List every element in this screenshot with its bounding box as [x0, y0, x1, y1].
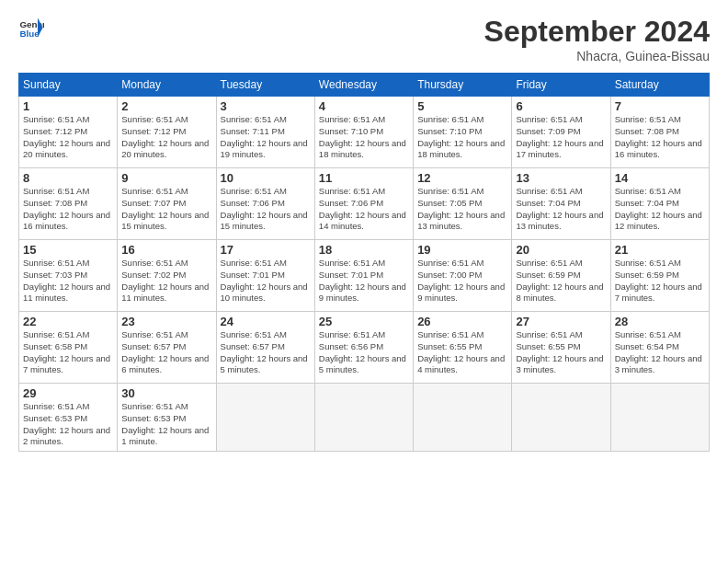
day-info: Sunrise: 6:51 AM Sunset: 7:00 PM Dayligh…	[417, 258, 507, 304]
title-block: September 2024 Nhacra, Guinea-Bissau	[484, 15, 710, 63]
day-number: 9	[121, 171, 211, 185]
calendar-row-3: 22Sunrise: 6:51 AM Sunset: 6:58 PM Dayli…	[19, 312, 710, 384]
day-info: Sunrise: 6:51 AM Sunset: 7:08 PM Dayligh…	[23, 186, 113, 233]
day-info: Sunrise: 6:51 AM Sunset: 6:59 PM Dayligh…	[516, 258, 606, 304]
day-number: 8	[23, 171, 113, 185]
day-info: Sunrise: 6:51 AM Sunset: 7:08 PM Dayligh…	[615, 114, 705, 161]
day-info: Sunrise: 6:51 AM Sunset: 7:04 PM Dayligh…	[516, 186, 606, 233]
calendar-cell: 14Sunrise: 6:51 AM Sunset: 7:04 PM Dayli…	[610, 168, 709, 240]
day-number: 18	[319, 243, 409, 257]
day-info: Sunrise: 6:51 AM Sunset: 6:56 PM Dayligh…	[319, 329, 409, 376]
calendar-cell: 10Sunrise: 6:51 AM Sunset: 7:06 PM Dayli…	[216, 168, 314, 240]
day-info: Sunrise: 6:51 AM Sunset: 7:02 PM Dayligh…	[121, 258, 211, 304]
calendar-cell: 5Sunrise: 6:51 AM Sunset: 7:10 PM Daylig…	[414, 97, 512, 168]
day-info: Sunrise: 6:51 AM Sunset: 6:53 PM Dayligh…	[121, 401, 211, 448]
logo-icon: General Blue	[18, 15, 44, 40]
calendar-cell: 8Sunrise: 6:51 AM Sunset: 7:08 PM Daylig…	[19, 168, 118, 240]
day-number: 17	[221, 243, 311, 257]
day-info: Sunrise: 6:51 AM Sunset: 7:11 PM Dayligh…	[221, 114, 311, 161]
calendar-cell: 30Sunrise: 6:51 AM Sunset: 6:53 PM Dayli…	[118, 384, 216, 452]
day-number: 5	[417, 99, 507, 113]
calendar-table: SundayMondayTuesdayWednesdayThursdayFrid…	[18, 73, 710, 452]
calendar-cell: 6Sunrise: 6:51 AM Sunset: 7:09 PM Daylig…	[512, 97, 610, 168]
calendar-cell: 26Sunrise: 6:51 AM Sunset: 6:55 PM Dayli…	[414, 312, 512, 384]
calendar-cell: 15Sunrise: 6:51 AM Sunset: 7:03 PM Dayli…	[19, 240, 118, 312]
calendar-cell: 1Sunrise: 6:51 AM Sunset: 7:12 PM Daylig…	[19, 97, 118, 168]
day-number: 27	[516, 315, 606, 328]
weekday-header-saturday: Saturday	[610, 74, 709, 97]
calendar-cell	[512, 384, 610, 452]
day-info: Sunrise: 6:51 AM Sunset: 6:57 PM Dayligh…	[121, 329, 211, 376]
day-number: 22	[23, 315, 113, 328]
day-number: 12	[417, 171, 507, 185]
calendar-row-4: 29Sunrise: 6:51 AM Sunset: 6:53 PM Dayli…	[19, 384, 710, 452]
day-number: 23	[121, 315, 211, 328]
calendar-cell	[216, 384, 314, 452]
day-info: Sunrise: 6:51 AM Sunset: 7:10 PM Dayligh…	[417, 114, 507, 161]
calendar-cell: 16Sunrise: 6:51 AM Sunset: 7:02 PM Dayli…	[118, 240, 216, 312]
calendar-cell	[610, 384, 709, 452]
weekday-header-thursday: Thursday	[414, 74, 512, 97]
weekday-header-row: SundayMondayTuesdayWednesdayThursdayFrid…	[19, 74, 710, 97]
day-number: 25	[319, 315, 409, 328]
calendar-cell: 19Sunrise: 6:51 AM Sunset: 7:00 PM Dayli…	[414, 240, 512, 312]
weekday-header-sunday: Sunday	[19, 74, 118, 97]
calendar-cell: 24Sunrise: 6:51 AM Sunset: 6:57 PM Dayli…	[216, 312, 314, 384]
day-info: Sunrise: 6:51 AM Sunset: 7:01 PM Dayligh…	[221, 258, 311, 304]
calendar-cell: 23Sunrise: 6:51 AM Sunset: 6:57 PM Dayli…	[118, 312, 216, 384]
day-number: 24	[221, 315, 311, 328]
day-info: Sunrise: 6:51 AM Sunset: 7:10 PM Dayligh…	[319, 114, 409, 161]
logo: General Blue	[18, 15, 44, 40]
day-number: 3	[221, 99, 311, 113]
header: General Blue September 2024 Nhacra, Guin…	[18, 15, 710, 63]
calendar-cell	[414, 384, 512, 452]
calendar-cell: 2Sunrise: 6:51 AM Sunset: 7:12 PM Daylig…	[118, 97, 216, 168]
calendar-row-2: 15Sunrise: 6:51 AM Sunset: 7:03 PM Dayli…	[19, 240, 710, 312]
calendar-cell: 7Sunrise: 6:51 AM Sunset: 7:08 PM Daylig…	[610, 97, 709, 168]
day-info: Sunrise: 6:51 AM Sunset: 6:59 PM Dayligh…	[615, 258, 705, 304]
day-number: 28	[615, 315, 705, 328]
day-number: 21	[615, 243, 705, 257]
calendar-cell: 29Sunrise: 6:51 AM Sunset: 6:53 PM Dayli…	[19, 384, 118, 452]
calendar-cell: 25Sunrise: 6:51 AM Sunset: 6:56 PM Dayli…	[314, 312, 413, 384]
calendar-cell: 11Sunrise: 6:51 AM Sunset: 7:06 PM Dayli…	[314, 168, 413, 240]
day-info: Sunrise: 6:51 AM Sunset: 7:01 PM Dayligh…	[319, 258, 409, 304]
day-number: 15	[23, 243, 113, 257]
day-info: Sunrise: 6:51 AM Sunset: 7:06 PM Dayligh…	[319, 186, 409, 233]
day-info: Sunrise: 6:51 AM Sunset: 6:53 PM Dayligh…	[23, 401, 113, 448]
day-info: Sunrise: 6:51 AM Sunset: 7:12 PM Dayligh…	[121, 114, 211, 161]
calendar-cell: 22Sunrise: 6:51 AM Sunset: 6:58 PM Dayli…	[19, 312, 118, 384]
day-info: Sunrise: 6:51 AM Sunset: 6:55 PM Dayligh…	[417, 329, 507, 376]
svg-text:Blue: Blue	[19, 29, 40, 39]
day-number: 14	[615, 171, 705, 185]
day-number: 4	[319, 99, 409, 113]
day-info: Sunrise: 6:51 AM Sunset: 7:03 PM Dayligh…	[23, 258, 113, 304]
day-info: Sunrise: 6:51 AM Sunset: 7:07 PM Dayligh…	[121, 186, 211, 233]
weekday-header-wednesday: Wednesday	[314, 74, 413, 97]
calendar-cell: 20Sunrise: 6:51 AM Sunset: 6:59 PM Dayli…	[512, 240, 610, 312]
weekday-header-tuesday: Tuesday	[216, 74, 314, 97]
day-info: Sunrise: 6:51 AM Sunset: 6:55 PM Dayligh…	[516, 329, 606, 376]
month-title: September 2024	[484, 15, 710, 49]
weekday-header-friday: Friday	[512, 74, 610, 97]
day-number: 19	[417, 243, 507, 257]
calendar-cell: 3Sunrise: 6:51 AM Sunset: 7:11 PM Daylig…	[216, 97, 314, 168]
calendar-cell: 4Sunrise: 6:51 AM Sunset: 7:10 PM Daylig…	[314, 97, 413, 168]
day-info: Sunrise: 6:51 AM Sunset: 7:04 PM Dayligh…	[615, 186, 705, 233]
day-number: 11	[319, 171, 409, 185]
day-number: 16	[121, 243, 211, 257]
calendar-cell: 21Sunrise: 6:51 AM Sunset: 6:59 PM Dayli…	[610, 240, 709, 312]
day-number: 10	[221, 171, 311, 185]
day-info: Sunrise: 6:51 AM Sunset: 7:06 PM Dayligh…	[221, 186, 311, 233]
location: Nhacra, Guinea-Bissau	[484, 49, 710, 63]
weekday-header-monday: Monday	[118, 74, 216, 97]
day-number: 2	[121, 99, 211, 113]
day-info: Sunrise: 6:51 AM Sunset: 6:58 PM Dayligh…	[23, 329, 113, 376]
day-number: 29	[23, 386, 113, 400]
calendar-cell: 13Sunrise: 6:51 AM Sunset: 7:04 PM Dayli…	[512, 168, 610, 240]
day-info: Sunrise: 6:51 AM Sunset: 7:09 PM Dayligh…	[516, 114, 606, 161]
day-number: 7	[615, 99, 705, 113]
day-number: 1	[23, 99, 113, 113]
calendar-cell: 9Sunrise: 6:51 AM Sunset: 7:07 PM Daylig…	[118, 168, 216, 240]
page: General Blue September 2024 Nhacra, Guin…	[0, 0, 728, 563]
